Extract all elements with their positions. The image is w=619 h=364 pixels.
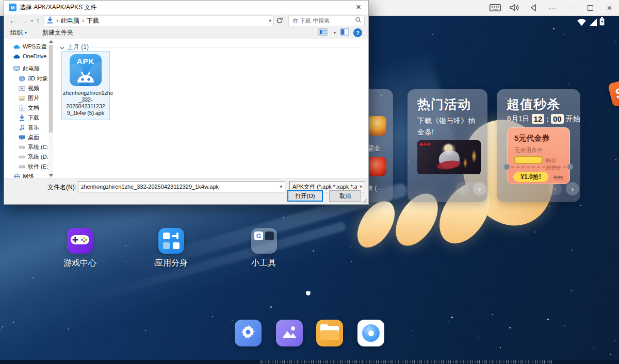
app-icon-app-clone[interactable]: [158, 228, 184, 254]
breadcrumb-chevron-icon[interactable]: ▾: [269, 18, 271, 23]
dialog-titlebar[interactable]: M 选择 APK/XAPK/APKS 文件 ×: [4, 1, 368, 14]
coupon-card[interactable]: 5元代金券 无使用条件 剩余100% ¥1.0抢! 5元: [507, 127, 570, 184]
filename-chevron-icon[interactable]: ▾: [277, 184, 285, 189]
sidebar-item-label: 系统 (D:): [28, 153, 50, 161]
new-folder-button[interactable]: 新建文件夹: [42, 28, 73, 37]
card-next-button[interactable]: ›: [566, 182, 579, 195]
dialog-close-icon[interactable]: ×: [353, 2, 364, 12]
keyboard-icon[interactable]: [485, 0, 504, 15]
breadcrumb[interactable]: ›此电脑›下载 ▾: [44, 15, 274, 26]
sidebar-item-label: 3D 对象: [28, 75, 48, 82]
coupon-buy-button[interactable]: ¥1.0抢!: [513, 172, 548, 182]
game-icon-1[interactable]: [367, 116, 386, 136]
card-prev-button[interactable]: ‹: [548, 182, 562, 195]
coupon-notch: [567, 164, 573, 170]
clone-square: [163, 233, 170, 239]
nav-up-icon[interactable]: ↑: [36, 17, 40, 24]
clone-square-faded: [163, 242, 170, 249]
organize-chevron-icon: ▾: [25, 30, 27, 35]
breadcrumb-separator-icon: ›: [56, 17, 58, 24]
seckill-start-label: 开始: [566, 114, 580, 124]
nav-back-icon[interactable]: ←: [9, 17, 17, 24]
file-list-area[interactable]: 上月 (1) APK zhenhongzhiren1zhe _332-: [53, 39, 368, 178]
refresh-icon[interactable]: [274, 15, 285, 26]
seckill-minute: 00: [551, 114, 564, 124]
open-button[interactable]: 打开(O): [287, 190, 323, 202]
apk-file-item[interactable]: APK zhenhongzhiren1zhe _332-202504231123…: [61, 51, 110, 120]
dialog-sidebar: WPS云盘OneDrive此电脑3D 对象视频图片文档下载音乐桌面系统 (C:)…: [4, 39, 53, 178]
apk-icon-text: APK: [70, 57, 102, 65]
dialog-body: WPS云盘OneDrive此电脑3D 对象视频图片文档下载音乐桌面系统 (C:)…: [4, 39, 368, 178]
desktop-page-indicator: [306, 291, 311, 295]
sidebar-scrollbar[interactable]: [48, 39, 53, 178]
sidebar-item-videos[interactable]: 视频: [4, 84, 49, 93]
seckill-hour: 12: [532, 114, 545, 124]
organize-button[interactable]: 组织: [10, 28, 23, 37]
help-icon[interactable]: ?: [353, 28, 362, 37]
sidebar-item-downloads[interactable]: 下载: [4, 113, 49, 122]
search-box[interactable]: [288, 15, 365, 26]
downloads-folder-icon: [46, 16, 54, 25]
seckill-card[interactable]: 超值秒杀 6月1日 12 : 00 开始 5元代金券 无使用条件 剩余100% …: [497, 89, 580, 202]
seckill-date: 6月1日: [507, 114, 530, 124]
sidebar-item-desktop[interactable]: 桌面: [4, 133, 49, 142]
breadcrumb-item-此电脑[interactable]: 此电脑: [61, 17, 79, 24]
android-back-icon[interactable]: [524, 0, 543, 15]
close-window-icon[interactable]: ×: [600, 0, 619, 15]
sidebar-item-drive[interactable]: 系统 (C:): [4, 142, 49, 152]
scrollbar-thumb[interactable]: [49, 45, 53, 133]
filetype-value: APK文件 (*.apk *.xapk *.apks: [290, 183, 357, 191]
dock-icon-files[interactable]: [316, 320, 343, 346]
sidebar-item-drive[interactable]: 系统 (D:): [4, 152, 49, 161]
breadcrumb-item-下载[interactable]: 下载: [87, 17, 99, 24]
group-divider: [91, 47, 363, 47]
sidebar-item-documents[interactable]: 文档: [4, 103, 49, 112]
sidebar-item-objects-3d[interactable]: 3D 对象: [4, 74, 49, 83]
group-collapse-icon[interactable]: [60, 44, 64, 51]
scroll-up-icon[interactable]: [49, 40, 53, 43]
app-icon-game-center[interactable]: [67, 228, 93, 254]
art-candle-glow: [471, 150, 477, 163]
sidebar-item-onedrive-cloud[interactable]: OneDrive: [4, 52, 49, 61]
volume-icon[interactable]: [504, 0, 524, 15]
dock-icon-gallery[interactable]: [276, 320, 303, 346]
sidebar-item-label: 系统 (C:): [28, 143, 50, 151]
scroll-down-icon[interactable]: [49, 174, 53, 177]
app-label-game-center: 游戏中心: [44, 258, 116, 269]
dialog-nav-row: ← → ▾ ↑ ›此电脑›下载 ▾: [4, 14, 368, 27]
resize-grip[interactable]: [362, 198, 367, 203]
coupon-progress-bar: [514, 156, 543, 164]
change-view-icon[interactable]: [318, 28, 328, 37]
minimize-window-icon[interactable]: [562, 0, 581, 15]
nav-history-chevron-icon[interactable]: ▾: [31, 19, 33, 23]
breadcrumb-separator-icon: ›: [82, 17, 84, 24]
view-chevron-icon[interactable]: ▾: [334, 30, 336, 35]
card-prev-button[interactable]: ‹: [455, 182, 469, 195]
hot-activities-card[interactable]: 热门活动 下载《银与绯》抽金条! 银与绯 ‹ ›: [408, 89, 487, 202]
dock-icon-browser[interactable]: [357, 320, 384, 346]
sidebar-item-this-pc[interactable]: 此电脑: [4, 64, 49, 73]
filename-input[interactable]: [78, 184, 277, 190]
search-input[interactable]: [291, 17, 355, 24]
card-next-button[interactable]: ›: [473, 182, 486, 195]
sidebar-item-music[interactable]: 音乐: [4, 123, 49, 132]
more-options-icon[interactable]: ···: [543, 0, 562, 15]
apk-file-name: zhenhongzhiren1zhe _332-2025042311232 9_…: [63, 90, 108, 117]
cancel-button[interactable]: 取消: [329, 190, 361, 202]
dialog-title: 选择 APK/XAPK/APKS 文件: [20, 3, 96, 12]
dock-icon-settings[interactable]: [235, 320, 262, 346]
game-icon-2[interactable]: [367, 157, 386, 176]
desktop-icon: [18, 134, 25, 141]
maximize-window-icon[interactable]: [581, 0, 600, 15]
preview-pane-icon[interactable]: [340, 28, 349, 37]
coupon-remaining: 剩余100%: [545, 157, 570, 171]
sidebar-item-pictures[interactable]: 图片: [4, 93, 49, 103]
coupon-notch: [504, 164, 510, 170]
hot-activity-image[interactable]: 银与绯: [417, 140, 481, 174]
sidebar-item-wps-cloud[interactable]: WPS云盘: [4, 42, 49, 51]
app-folder-widgets[interactable]: G: [251, 228, 277, 254]
sidebar-item-drive[interactable]: 软件 (E:): [4, 162, 49, 171]
group-header[interactable]: 上月 (1): [60, 43, 363, 52]
filename-combobox[interactable]: ▾: [78, 181, 285, 192]
sidebar-item-label: 下载: [28, 114, 39, 122]
